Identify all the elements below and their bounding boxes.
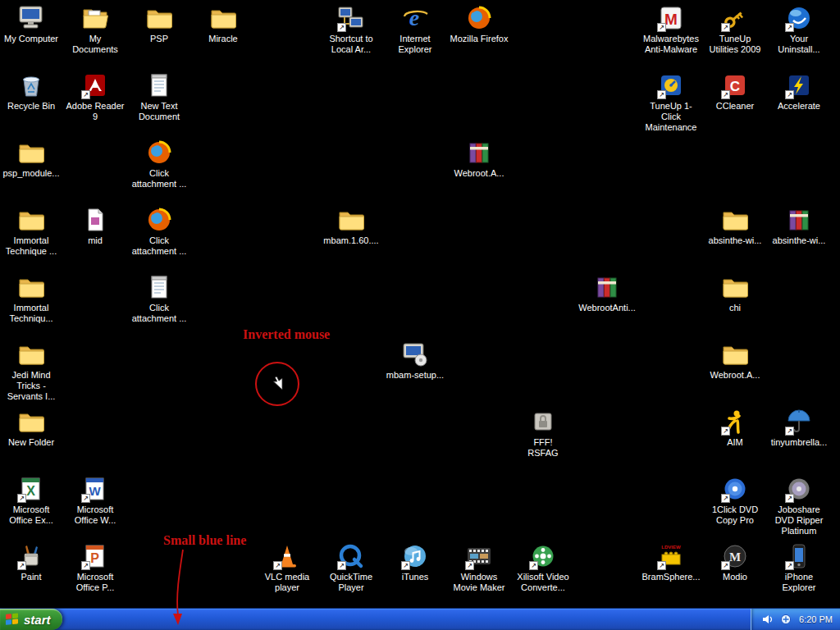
desktop-icon-label: PSP [130,34,189,44]
desktop-icon-aim[interactable]: ↗AIM [705,409,765,448]
desktop-icon-label: mid [66,235,125,246]
shortcut-arrow-icon: ↗ [465,561,474,570]
powerpoint-icon: P↗ [81,543,109,569]
desktop-icon-label: Joboshare DVD Ripper Platinum [769,504,829,536]
desktop-icon-new-text-document[interactable]: New Text Document [130,72,189,122]
recycle-bin-icon [17,72,45,98]
desktop-icon-rsfag[interactable]: FFF! RSFAG [514,409,573,459]
firefox-icon [145,207,173,233]
desktop-icon-click-attachment-3[interactable]: Click attachment ... [130,274,189,324]
desktop-icon-ms-office-powerpoint[interactable]: P↗Microsoft Office P... [66,543,125,593]
filmstrip-icon: ↗ [465,543,493,569]
desktop-icon-click-attachment-1[interactable]: Click attachment ... [130,139,189,189]
notepad-icon [145,274,173,300]
desktop-icon-malwarebytes[interactable]: M↗Malwarebytes Anti-Malware [641,5,701,55]
desktop-icon-my-computer[interactable]: My Computer [2,5,61,44]
desktop-icon-label: AIM [705,437,765,448]
network-status-icon[interactable] [779,614,792,626]
film-reel-icon: ↗ [529,543,557,569]
desktop-icon-bramsphere[interactable]: LDVIEW↗BramSphere... [641,543,701,582]
my-computer-icon [17,5,45,31]
desktop-icon-shortcut-local-area[interactable]: ↗Shortcut to Local Ar... [322,5,381,55]
svg-text:M: M [664,11,678,28]
desktop-icon-absinthe-folder[interactable]: absinthe-wi... [705,207,765,246]
desktop-icon-itunes[interactable]: ↗iTunes [386,543,445,582]
desktop-icon-webroot-folder[interactable]: Webroot.A... [705,341,765,381]
desktop-icon-psp-module[interactable]: psp_module... [2,139,61,179]
desktop-icon-ms-office-excel[interactable]: X↗Microsoft Office Ex... [2,476,61,526]
desktop-icon-label: mbam.1.60.... [322,235,381,246]
desktop-icon-label: TuneUp 1-Click Maintenance [641,101,701,133]
desktop-icon-ccleaner[interactable]: C↗CCleaner [705,72,765,112]
winrar-icon [785,207,813,233]
shortcut-arrow-icon: ↗ [81,561,90,570]
desktop-icon-new-folder[interactable]: New Folder [2,409,61,448]
ldview-icon: LDVIEW↗ [657,543,685,569]
desktop-icon-label: Shortcut to Local Ar... [322,34,381,55]
desktop-icon-tuneup-1click[interactable]: ↗TuneUp 1-Click Maintenance [641,72,701,133]
folder-icon [721,207,749,233]
desktop-icon-click-attachment-2[interactable]: Click attachment ... [130,207,189,257]
desktop-icon-paint[interactable]: ↗Paint [2,543,61,582]
my-documents-icon [81,5,109,31]
desktop-icon-your-uninstaller[interactable]: ↗Your Uninstall... [769,5,829,55]
desktop-icon-tinyumbrella[interactable]: ↗tinyumbrella... [769,409,829,448]
desktop-icon-recycle-bin[interactable]: Recycle Bin [2,72,61,112]
desktop-icon-joboshare-dvd[interactable]: ↗Joboshare DVD Ripper Platinum [769,476,829,536]
desktop-icon-mozilla-firefox[interactable]: Mozilla Firefox [450,5,509,44]
desktop-icon-label: Xilisoft Video Converte... [514,572,573,593]
media-file-icon [81,207,109,233]
folder-icon [17,274,45,300]
desktop-icon-label: Click attachment ... [130,303,189,324]
start-button[interactable]: start [0,609,62,630]
desktop-icon-modio[interactable]: M↗Modio [705,543,765,582]
start-button-label: start [24,613,51,627]
desktop-icon-my-documents[interactable]: My Documents [66,5,125,55]
volume-icon[interactable] [761,614,774,626]
desktop-icon-label: tinyumbrella... [769,437,829,448]
desktop-icon-immortal-technique-2[interactable]: Immortal Techniqu... [2,274,61,324]
desktop-icon-label: Your Uninstall... [769,34,829,55]
shortcut-arrow-icon: ↗ [81,494,90,503]
desktop-icon-iphone-explorer[interactable]: ↗iPhone Explorer [769,543,829,593]
desktop-icon-adobe-reader[interactable]: ↗Adobe Reader 9 [66,72,125,122]
desktop-icon-webroot-anti-archive[interactable]: WebrootAnti... [578,274,637,313]
desktop-icon-mid[interactable]: mid [66,207,125,246]
folder-icon [721,274,749,300]
desktop-icon-accelerate[interactable]: ↗Accelerate [769,72,829,112]
desktop-icon-ms-office-word[interactable]: W↗Microsoft Office W... [66,476,125,526]
desktop-icon-label: New Folder [2,437,61,448]
shortcut-arrow-icon: ↗ [657,561,666,570]
desktop-icon-jedi-mind-tricks[interactable]: Jedi Mind Tricks - Servants I... [2,341,61,402]
desktop-icon-mbam-160[interactable]: mbam.1.60.... [322,207,381,246]
itunes-icon: ↗ [401,543,429,569]
desktop-icon-label: 1Click DVD Copy Pro [705,504,765,526]
desktop-icon-chi[interactable]: chi [705,274,765,313]
lightning-icon: ↗ [785,72,813,98]
iphone-icon: ↗ [785,543,813,569]
desktop-icon-webroot-archive-1[interactable]: Webroot.A... [450,139,509,179]
desktop-icon-label: absinthe-wi... [769,235,829,246]
shortcut-arrow-icon: ↗ [785,23,794,32]
winrar-icon [593,274,621,300]
desktop-icon-absinthe-archive[interactable]: absinthe-wi... [769,207,829,246]
shortcut-arrow-icon: ↗ [337,561,346,570]
desktop-icon-oneclick-dvd[interactable]: ↗1Click DVD Copy Pro [705,476,765,526]
shortcut-arrow-icon: ↗ [529,561,538,570]
desktop-icon-internet-explorer[interactable]: eInternet Explorer [386,5,445,55]
firefox-icon [465,5,493,31]
desktop-icon-xilisoft[interactable]: ↗Xilisoft Video Converte... [514,543,573,593]
shortcut-arrow-icon: ↗ [273,561,282,570]
desktop-icon-mbam-setup[interactable]: mbam-setup... [386,341,445,381]
desktop-icon-psp[interactable]: PSP [130,5,189,44]
desktop-icon-miracle[interactable]: Miracle [194,5,253,44]
folder-icon [337,207,365,233]
desktop-icon-windows-movie-maker[interactable]: ↗Windows Movie Maker [450,543,509,593]
svg-text:W: W [89,484,101,498]
desktop-icon-vlc[interactable]: ↗VLC media player [258,543,317,593]
network-icon: ↗ [337,5,365,31]
annotation-inverted-mouse: Inverted mouse [243,327,349,342]
desktop-icon-tuneup-utilities[interactable]: ↗TuneUp Utilities 2009 [705,5,765,55]
desktop-icon-immortal-technique-1[interactable]: Immortal Technique ... [2,207,61,257]
desktop-icon-quicktime[interactable]: ↗QuickTime Player [322,543,381,593]
